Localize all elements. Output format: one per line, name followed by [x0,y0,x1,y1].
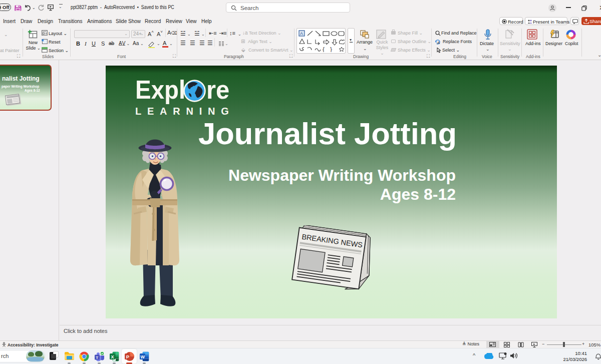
svg-text:A: A [437,41,440,45]
svg-text:X: X [111,354,114,359]
svg-text:P: P [126,354,130,359]
svg-text:A: A [300,31,303,36]
svg-text:W: W [141,354,145,359]
svg-text:T: T [96,355,98,360]
svg-text:{: { [323,46,325,52]
svg-text:}: } [330,46,332,52]
